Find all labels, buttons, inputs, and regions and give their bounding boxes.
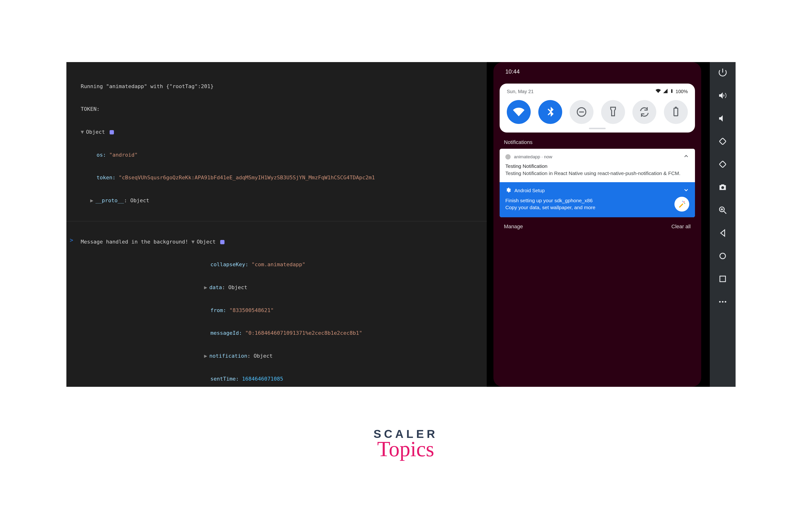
setup-line1: Finish setting up your sdk_gphone_x86 <box>505 197 595 204</box>
svg-point-6 <box>682 201 683 202</box>
zoom-button[interactable] <box>716 204 729 216</box>
notif-body: Testing Notification in React Native usi… <box>505 170 689 177</box>
app-icon <box>505 154 511 160</box>
console-key: messageId: <box>211 330 245 336</box>
qs-bluetooth-toggle[interactable] <box>538 100 562 124</box>
expand-arrow-icon[interactable]: ▼ <box>191 238 197 246</box>
logo-line2: Topics <box>374 437 438 461</box>
console-key: from: <box>211 307 229 313</box>
chevron-down-icon[interactable] <box>683 187 689 194</box>
console-text: " with {"rootTag":201} <box>144 83 214 89</box>
rotate-right-button[interactable] <box>716 158 729 171</box>
console-value: : Object <box>247 353 273 359</box>
phone-frame: 10:44 Sun, May 21 10 <box>493 62 701 387</box>
drag-handle[interactable] <box>589 128 606 129</box>
debug-console: Running "animatedapp" with {"rootTag":20… <box>67 62 487 387</box>
status-bar: 10:44 <box>493 62 701 81</box>
svg-point-18 <box>725 301 726 303</box>
quick-settings-panel[interactable]: Sun, May 21 100% <box>499 84 695 132</box>
console-value: : Object <box>124 198 149 203</box>
console-key[interactable]: notification <box>209 353 247 359</box>
console-key[interactable]: data <box>209 284 222 290</box>
wifi-icon <box>655 88 661 95</box>
qs-flashlight-toggle[interactable] <box>601 100 625 124</box>
console-value: "0:1684646071091371%e2cec8b1e2cec8b1" <box>245 330 362 336</box>
svg-line-11 <box>724 211 726 214</box>
notif-time: now <box>544 154 552 159</box>
setup-wand-icon <box>675 197 689 211</box>
qs-battery-saver-toggle[interactable] <box>664 100 688 124</box>
console-value: "com.animatedapp" <box>251 261 305 267</box>
chevron-up-icon[interactable] <box>683 153 689 160</box>
console-token-label: TOKEN: <box>81 106 100 112</box>
notif-title: Testing Notification <box>505 163 689 170</box>
setup-line2: Copy your data, set wallpaper, and more <box>505 204 595 211</box>
console-key: sentTime: <box>211 376 242 382</box>
notif-app-name: animatedapp <box>514 154 540 159</box>
overview-button[interactable] <box>716 273 729 285</box>
svg-point-14 <box>720 253 725 259</box>
svg-point-4 <box>683 201 685 203</box>
svg-point-17 <box>722 301 724 303</box>
clear-all-button[interactable]: Clear all <box>671 223 691 230</box>
collapse-arrow-icon[interactable]: ▶ <box>204 352 209 360</box>
divider <box>67 221 487 221</box>
svg-point-5 <box>684 203 685 204</box>
svg-rect-2 <box>674 108 678 116</box>
qs-wifi-toggle[interactable] <box>507 100 531 124</box>
more-button[interactable] <box>716 296 729 308</box>
object-badge-icon <box>110 130 114 134</box>
emulator-toolbar <box>710 62 736 387</box>
qs-date: Sun, May 21 <box>507 89 534 94</box>
qs-autorotate-toggle[interactable] <box>633 100 656 124</box>
collapse-arrow-icon[interactable]: ▶ <box>90 197 96 204</box>
setup-heading: Android Setup <box>514 188 545 193</box>
svg-point-16 <box>719 301 721 303</box>
setup-notification[interactable]: Android Setup Finish setting up your sdk… <box>499 182 695 217</box>
back-button[interactable] <box>716 227 729 239</box>
qs-dnd-toggle[interactable] <box>570 100 594 124</box>
home-button[interactable] <box>716 250 729 262</box>
console-value: "833500548621" <box>230 307 274 313</box>
svg-rect-8 <box>719 161 726 167</box>
svg-rect-7 <box>719 138 726 145</box>
volume-down-button[interactable] <box>716 112 729 125</box>
power-button[interactable] <box>716 67 729 79</box>
volume-up-button[interactable] <box>716 89 729 102</box>
battery-icon <box>670 88 674 95</box>
status-clock: 10:44 <box>505 68 520 75</box>
signal-icon <box>663 88 668 95</box>
console-key: collapseKey: <box>211 261 251 267</box>
emulator-window: 10:44 Sun, May 21 10 <box>487 62 736 387</box>
object-badge-icon <box>220 240 224 244</box>
console-prompt[interactable]: > <box>70 237 73 244</box>
console-value: 1684646071085 <box>242 376 283 382</box>
scaler-topics-logo: SCALER Topics <box>374 427 438 461</box>
collapse-arrow-icon[interactable]: ▶ <box>204 284 209 291</box>
expand-arrow-icon[interactable]: ▼ <box>81 128 86 136</box>
notification-card[interactable]: animatedapp · now Testing Notification T… <box>499 149 695 217</box>
battery-percent: 100% <box>676 89 688 94</box>
console-value: : Object <box>222 284 247 290</box>
console-value: "android" <box>109 152 137 158</box>
console-value: "cBseqVUhSqusr6goQzReKk:APA91bFd41eE_adq… <box>119 175 375 180</box>
console-key[interactable]: __proto__ <box>96 198 124 203</box>
gear-icon <box>505 187 511 194</box>
console-object[interactable]: Object <box>197 239 216 245</box>
console-text: Running " <box>81 83 109 89</box>
rotate-left-button[interactable] <box>716 135 729 148</box>
svg-point-9 <box>721 186 724 189</box>
console-object[interactable]: Object <box>86 129 105 135</box>
console-text: Message handled in the background! <box>81 239 191 245</box>
console-key: os: <box>97 152 109 158</box>
notifications-heading: Notifications <box>493 132 701 149</box>
svg-rect-15 <box>720 276 725 281</box>
console-app-name: animatedapp <box>109 83 144 89</box>
console-key: token: <box>97 175 119 180</box>
screenshot-button[interactable] <box>716 181 729 193</box>
manage-button[interactable]: Manage <box>504 223 523 230</box>
